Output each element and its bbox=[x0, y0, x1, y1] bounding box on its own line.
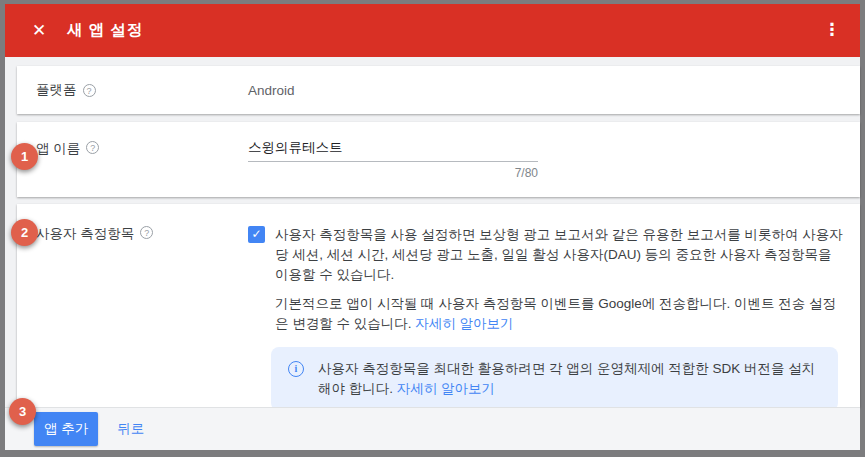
step-badge-3: 3 bbox=[9, 398, 36, 425]
app-name-label-group: 앱 이름 ? bbox=[17, 140, 248, 197]
dialog-title: 새 앱 설정 bbox=[67, 20, 144, 41]
platform-label-group: 플랫폼 ? bbox=[17, 81, 248, 99]
sdk-info-text: 사용자 측정항목을 최대한 활용하려면 각 앱의 운영체제에 적합한 SDK 버… bbox=[318, 359, 822, 399]
app-name-label: 앱 이름 bbox=[36, 140, 80, 158]
add-app-button[interactable]: 앱 추가 bbox=[34, 412, 98, 446]
user-metrics-label: 사용자 측정항목 bbox=[36, 225, 134, 243]
checkmark-icon: ✓ bbox=[251, 227, 261, 241]
dialog-header: ✕ 새 앱 설정 ⋮ bbox=[5, 4, 860, 57]
metrics-checkbox-row: ✓ 사용자 측정항목을 사용 설정하면 보상형 광고 보고서와 같은 유용한 보… bbox=[248, 225, 848, 285]
learn-more-link[interactable]: 자세히 알아보기 bbox=[415, 316, 513, 331]
user-metrics-help-icon[interactable]: ? bbox=[140, 226, 153, 239]
app-name-input[interactable] bbox=[248, 140, 538, 162]
back-button[interactable]: 뒤로 bbox=[117, 420, 144, 438]
metrics-description: 사용자 측정항목을 사용 설정하면 보상형 광고 보고서와 같은 유용한 보고서… bbox=[275, 225, 848, 285]
platform-label: 플랫폼 bbox=[36, 81, 77, 99]
metrics-note: 기본적으로 앱이 시작될 때 사용자 측정항목 이벤트를 Google에 전송합… bbox=[275, 294, 848, 334]
step-badge-1: 1 bbox=[11, 143, 38, 170]
form-area: 플랫폼 ? Android 앱 이름 ? 7/80 사용자 측정항 bbox=[5, 57, 860, 407]
metrics-note-text: 기본적으로 앱이 시작될 때 사용자 측정항목 이벤트를 Google에 전송합… bbox=[275, 296, 836, 331]
dialog-footer: 앱 추가 뒤로 bbox=[5, 407, 860, 450]
user-metrics-row: 사용자 측정항목 ? ✓ 사용자 측정항목을 사용 설정하면 보상형 광고 보고… bbox=[17, 204, 860, 407]
sdk-learn-more-link[interactable]: 자세히 알아보기 bbox=[397, 381, 495, 396]
overflow-menu-icon[interactable]: ⋮ bbox=[820, 19, 844, 43]
platform-value: Android bbox=[248, 83, 295, 98]
app-name-row: 앱 이름 ? 7/80 bbox=[17, 122, 860, 197]
platform-value-col: Android bbox=[248, 81, 860, 99]
user-metrics-checkbox[interactable]: ✓ bbox=[248, 226, 265, 243]
new-app-setup-dialog: ✕ 새 앱 설정 ⋮ 플랫폼 ? Android 앱 이름 ? bbox=[0, 0, 865, 457]
app-name-help-icon[interactable]: ? bbox=[86, 141, 99, 154]
step-badge-2: 2 bbox=[11, 219, 38, 246]
user-metrics-label-group: 사용자 측정항목 ? bbox=[17, 225, 248, 407]
platform-help-icon[interactable]: ? bbox=[83, 84, 96, 97]
user-metrics-value-col: ✓ 사용자 측정항목을 사용 설정하면 보상형 광고 보고서와 같은 유용한 보… bbox=[248, 225, 860, 407]
close-icon[interactable]: ✕ bbox=[27, 19, 51, 43]
sdk-info-box: i 사용자 측정항목을 최대한 활용하려면 각 앱의 운영체제에 적합한 SDK… bbox=[271, 347, 838, 411]
app-name-value-col: 7/80 bbox=[248, 140, 860, 197]
app-name-field-wrap: 7/80 bbox=[248, 140, 538, 180]
platform-row: 플랫폼 ? Android bbox=[17, 66, 860, 114]
info-icon: i bbox=[288, 361, 304, 377]
sdk-info-body: 사용자 측정항목을 최대한 활용하려면 각 앱의 운영체제에 적합한 SDK 버… bbox=[318, 361, 815, 396]
char-counter: 7/80 bbox=[248, 166, 538, 180]
